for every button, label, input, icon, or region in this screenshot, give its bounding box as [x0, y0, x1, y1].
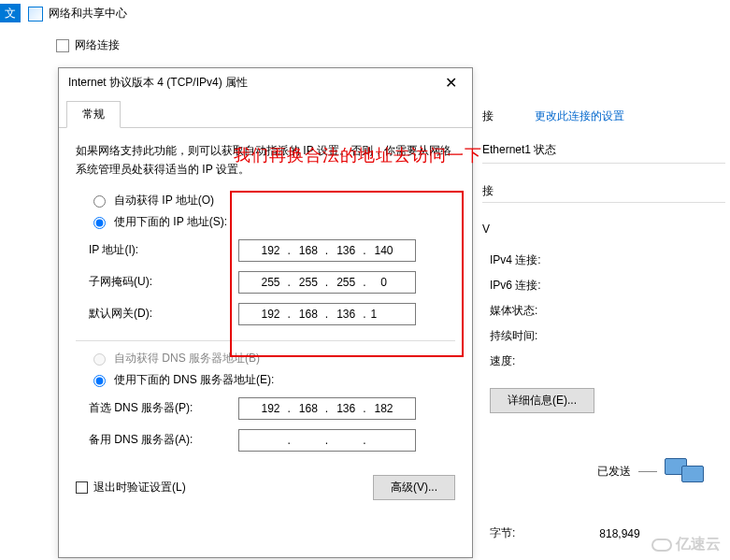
file-menu-char[interactable]: 文 — [0, 4, 21, 22]
use-dns-label: 使用下面的 DNS 服务器地址(E): — [114, 372, 274, 388]
sent-label: 已发送 — [597, 464, 631, 480]
tab-general[interactable]: 常规 — [66, 101, 121, 128]
ipv4-label: IPv4 连接: — [490, 252, 574, 268]
gw-octet-1[interactable] — [253, 307, 287, 322]
validate-on-exit-label: 退出时验证设置(L) — [93, 480, 186, 495]
close-icon[interactable]: ✕ — [439, 74, 463, 92]
default-gateway-input[interactable]: . . . — [238, 303, 416, 325]
dns2-octet-1[interactable] — [253, 433, 287, 448]
bytes-value: 818,949 — [599, 527, 639, 540]
partial-text-2: 接 — [482, 183, 494, 199]
advanced-button[interactable]: 高级(V)... — [373, 475, 455, 500]
mask-octet-1[interactable] — [253, 275, 287, 290]
bytes-label: 字节: — [490, 525, 515, 541]
ip-address-label: IP 地址(I): — [89, 242, 238, 258]
preferred-dns-label: 首选 DNS 服务器(P): — [89, 400, 238, 416]
ipv6-label: IPv6 连接: — [490, 278, 574, 294]
gw-octet-2[interactable] — [292, 307, 325, 322]
use-dns-radio[interactable] — [93, 375, 106, 387]
auto-ip-label: 自动获得 IP 地址(O) — [114, 193, 214, 208]
auto-dns-label: 自动获得 DNS 服务器地址(B) — [114, 351, 260, 366]
use-ip-radio[interactable] — [93, 217, 106, 229]
alternate-dns-input[interactable]: . . . — [238, 429, 416, 452]
network-center-icon — [28, 7, 43, 22]
change-adapter-settings-link[interactable]: 更改此连接的设置 — [535, 108, 624, 124]
partial-text: 接 — [482, 108, 494, 124]
media-state-label: 媒体状态: — [490, 303, 574, 319]
alternate-dns-label: 备用 DNS 服务器(A): — [89, 432, 238, 448]
ip-octet-1[interactable] — [253, 243, 287, 258]
dns2-octet-3[interactable] — [329, 433, 363, 448]
use-ip-label: 使用下面的 IP 地址(S): — [114, 214, 227, 230]
ip-octet-4[interactable] — [367, 243, 401, 258]
details-button[interactable]: 详细信息(E)... — [490, 388, 594, 413]
duration-label: 持续时间: — [490, 328, 574, 344]
auto-dns-radio — [93, 353, 106, 366]
dns1-octet-1[interactable] — [253, 401, 287, 416]
gw-octet-4[interactable] — [367, 307, 401, 322]
watermark-text: 亿速云 — [676, 535, 721, 554]
activity-graphic: 已发送 — [597, 454, 706, 488]
dns1-octet-3[interactable] — [329, 401, 363, 416]
annotation-text: 我们再换合法的地址去访问一下 — [234, 144, 482, 166]
subnet-mask-input[interactable]: . . . — [238, 271, 416, 294]
ip-address-input[interactable]: . . . — [238, 239, 416, 262]
dns2-octet-4[interactable] — [367, 433, 401, 448]
ipv4-properties-dialog: Internet 协议版本 4 (TCP/IPv4) 属性 ✕ 常规 如果网络支… — [58, 67, 473, 558]
dialog-title: Internet 协议版本 4 (TCP/IPv4) 属性 — [68, 75, 248, 91]
auto-ip-radio[interactable] — [93, 195, 106, 208]
gw-octet-3[interactable] — [329, 307, 363, 322]
cloud-icon — [651, 538, 672, 552]
network-connections-title: 网络连接 — [75, 37, 120, 53]
mask-octet-3[interactable] — [329, 275, 363, 290]
subnet-mask-label: 子网掩码(U): — [89, 274, 238, 290]
ip-octet-2[interactable] — [292, 243, 325, 258]
adapter-status-title: Ethernet1 状态 — [482, 142, 556, 158]
network-center-title: 网络和共享中心 — [49, 6, 127, 22]
validate-on-exit-checkbox[interactable] — [76, 481, 88, 494]
monitors-icon — [665, 454, 706, 488]
dns1-octet-4[interactable] — [367, 401, 401, 416]
partial-text-v: V — [482, 223, 490, 236]
watermark: 亿速云 — [651, 535, 721, 554]
network-connections-icon — [56, 39, 69, 52]
mask-octet-4[interactable] — [367, 275, 401, 290]
dns2-octet-2[interactable] — [292, 433, 325, 448]
dns1-octet-2[interactable] — [292, 401, 325, 416]
ip-octet-3[interactable] — [329, 243, 363, 258]
mask-octet-2[interactable] — [292, 275, 325, 290]
default-gateway-label: 默认网关(D): — [89, 306, 238, 322]
speed-label: 速度: — [490, 353, 574, 369]
preferred-dns-input[interactable]: . . . — [238, 397, 416, 420]
